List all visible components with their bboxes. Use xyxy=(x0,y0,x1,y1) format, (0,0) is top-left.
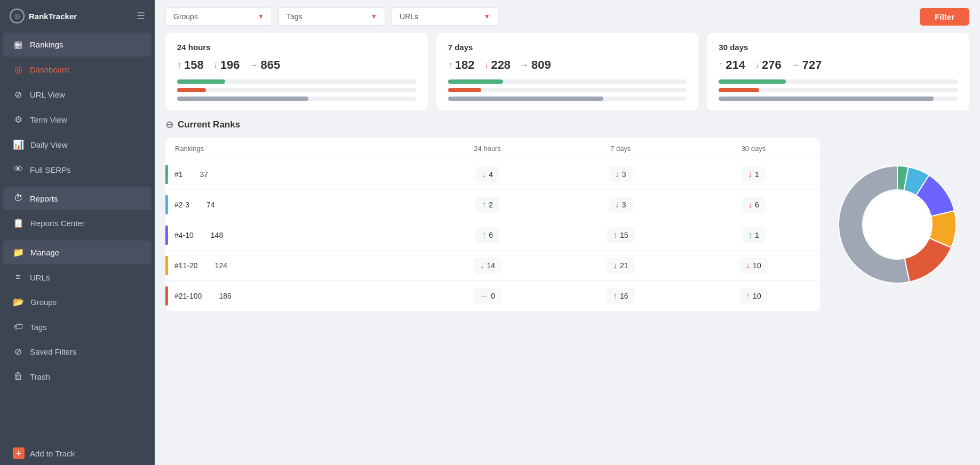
sidebar-label-groups: Groups xyxy=(30,298,57,307)
sidebar-label-daily-view: Daily View xyxy=(30,140,68,149)
dir-up-icon: ↑ xyxy=(613,230,617,240)
sidebar-label-urls: URLs xyxy=(30,273,50,282)
down-arrow-icon-2: ↓ xyxy=(755,60,759,70)
rank-24h-0: ↓4 xyxy=(421,159,554,190)
prog-bar-wrap-gray-0 xyxy=(177,97,416,101)
table-row: #1 37 ↓4 ↓3 ↓1 xyxy=(165,159,820,190)
donut-chart-wrapper xyxy=(820,138,969,311)
donut-chart xyxy=(828,155,967,294)
prog-bar-green-1 xyxy=(448,79,503,84)
groups-chevron-icon: ▼ xyxy=(258,13,264,20)
dir-up-icon: ↑ xyxy=(482,200,486,210)
filter-bar: Groups ▼ Tags ▼ URLs ▼ Filter xyxy=(155,0,980,33)
rank-7d-3: ↓21 xyxy=(554,251,687,281)
stats-row: 24 hours ↑ 158 ↓ 196 → 865 xyxy=(155,33,980,119)
rank-color-bar-4 xyxy=(165,286,168,306)
rank-7d-2: ↑15 xyxy=(554,220,687,251)
sidebar-item-urls[interactable]: ≡ URLs xyxy=(3,266,152,289)
sidebar-item-tags[interactable]: 🏷 Tags xyxy=(3,315,152,339)
sidebar-item-daily-view[interactable]: 📊 Daily View xyxy=(3,133,152,157)
sidebar-item-reports-center[interactable]: 📋 Reports Center xyxy=(3,211,152,235)
stat-card-title-1: 7 days xyxy=(448,43,687,52)
stat-neutral-1: → 809 xyxy=(520,58,551,72)
sidebar-item-manage[interactable]: 📁 Manage xyxy=(3,240,152,264)
rank-count-1: 74 xyxy=(206,201,215,209)
col-header-3: 30 days xyxy=(687,138,820,159)
rankings-icon: ▦ xyxy=(13,39,23,50)
stat-down-0: ↓ 196 xyxy=(213,58,240,72)
reports-icon: ⏱ xyxy=(13,193,23,204)
prog-bar-wrap-green-0 xyxy=(177,79,416,84)
stat-neutral-2: → 727 xyxy=(791,58,822,72)
rank-count-3: 124 xyxy=(215,261,227,270)
sidebar-item-full-serps[interactable]: 👁 Full SERPs xyxy=(3,158,152,181)
sidebar-label-add-to-track: Add to Track xyxy=(30,449,75,458)
tags-dropdown[interactable]: Tags ▼ xyxy=(278,7,385,26)
hamburger-icon[interactable]: ☰ xyxy=(137,10,145,22)
stat-up-2: ↑ 214 xyxy=(719,58,745,72)
filter-button[interactable]: Filter xyxy=(920,8,969,26)
sidebar-item-term-view[interactable]: ⚙ Term View xyxy=(3,108,152,132)
groups-dropdown[interactable]: Groups ▼ xyxy=(165,7,272,26)
sidebar-item-reports[interactable]: ⏱ Reports xyxy=(3,187,152,210)
logo-text: RankTracker xyxy=(29,12,77,21)
prog-bar-wrap-green-1 xyxy=(448,79,687,84)
sidebar-item-saved-filters[interactable]: ⊘ Saved Filters xyxy=(3,340,152,364)
progress-bars-2 xyxy=(719,79,958,101)
dir-up-icon: ↑ xyxy=(482,230,486,240)
dir-down-icon: ↓ xyxy=(746,261,750,270)
rank-label-cell-0: #1 37 xyxy=(165,159,421,190)
sidebar-label-full-serps: Full SERPs xyxy=(30,165,71,174)
manage-icon: 📁 xyxy=(13,247,24,258)
sidebar-item-trash[interactable]: 🗑 Trash xyxy=(3,365,152,388)
dir-up-icon: ↑ xyxy=(613,291,617,301)
sidebar-item-add-to-track[interactable]: + Add to Track xyxy=(3,442,152,464)
stat-down-2: ↓ 276 xyxy=(755,58,782,72)
ranks-table-wrapper: Rankings24 hours7 days30 days #1 37 ↓4 ↓… xyxy=(165,138,969,311)
col-header-0: Rankings xyxy=(165,138,421,159)
urls-dropdown-label: URLs xyxy=(400,12,418,21)
progress-bars-0 xyxy=(177,79,416,101)
stat-card-0: 24 hours ↑ 158 ↓ 196 → 865 xyxy=(165,33,428,110)
sidebar: ◎ RankTracker ☰ ▦ Rankings ◎ Dashboard ⊘… xyxy=(0,0,155,465)
dir-down-icon: ↓ xyxy=(615,200,619,210)
rank-7d-1: ↓3 xyxy=(554,190,687,220)
current-ranks-title: Current Ranks xyxy=(178,119,240,130)
dir-down-icon: ↓ xyxy=(615,170,619,179)
rank-30d-4: ↑10 xyxy=(687,281,820,311)
neutral-arrow-icon-2: → xyxy=(791,60,800,70)
sidebar-item-groups[interactable]: 📂 Groups xyxy=(3,290,152,314)
down-arrow-icon-0: ↓ xyxy=(213,60,218,70)
rank-30d-2: ↑1 xyxy=(687,220,820,251)
rank-color-bar-1 xyxy=(165,195,168,214)
prog-bar-gray-1 xyxy=(448,97,603,101)
rank-24h-4: →0 xyxy=(421,281,554,311)
sidebar-item-rankings[interactable]: ▦ Rankings xyxy=(3,33,152,57)
rank-24h-3: ↓14 xyxy=(421,251,554,281)
up-arrow-icon-0: ↑ xyxy=(177,60,181,70)
dir-up-icon: ↑ xyxy=(746,291,750,301)
sidebar-item-url-view[interactable]: ⊘ URL View xyxy=(3,83,152,107)
col-header-2: 7 days xyxy=(554,138,687,159)
sidebar-label-manage: Manage xyxy=(30,248,59,257)
rank-label-cell-4: #21-100 186 xyxy=(165,281,421,311)
prog-bar-wrap-red-0 xyxy=(177,88,416,92)
dir-up-icon: ↑ xyxy=(748,230,752,240)
rank-7d-4: ↑16 xyxy=(554,281,687,311)
neutral-arrow-icon-0: → xyxy=(249,60,258,70)
dir-down-icon: ↓ xyxy=(748,170,752,179)
stat-down-1: ↓ 228 xyxy=(484,58,511,72)
rank-num-3: #11-20 xyxy=(174,261,198,270)
add-to-track-icon: + xyxy=(13,447,25,459)
prog-bar-green-0 xyxy=(177,79,225,84)
sidebar-item-dashboard[interactable]: ◎ Dashboard xyxy=(3,58,152,82)
full-serps-icon: 👁 xyxy=(13,164,23,175)
urls-dropdown[interactable]: URLs ▼ xyxy=(392,7,498,26)
collapse-icon[interactable]: ⊖ xyxy=(165,119,173,131)
stat-up-0: ↑ 158 xyxy=(177,58,204,72)
prog-bar-gray-2 xyxy=(719,97,934,101)
prog-bar-wrap-red-1 xyxy=(448,88,687,92)
table-row: #11-20 124 ↓14 ↓21 ↓10 xyxy=(165,251,820,281)
neutral-arrow-icon-1: → xyxy=(520,60,529,70)
stat-numbers-1: ↑ 182 ↓ 228 → 809 xyxy=(448,58,687,72)
